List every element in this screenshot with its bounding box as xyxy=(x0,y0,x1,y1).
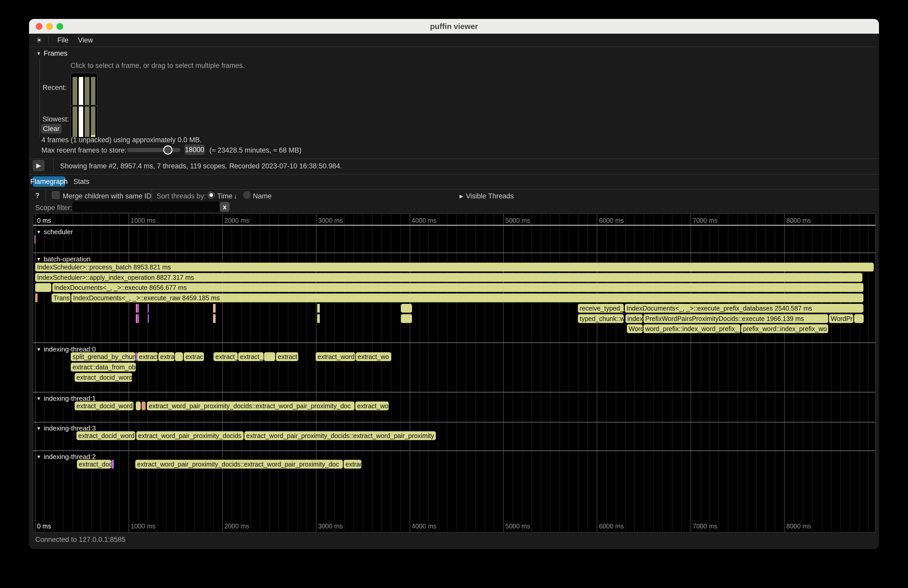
maximize-window-button[interactable] xyxy=(56,23,63,30)
flame-bar[interactable] xyxy=(136,402,141,410)
sort-time-radio[interactable] xyxy=(207,191,215,199)
flame-bar[interactable]: IndexScheduler>::process_batch 8953.821 … xyxy=(35,263,874,272)
thread-section-header[interactable]: ▼batch-operation xyxy=(36,255,94,263)
flame-bar[interactable] xyxy=(148,304,149,313)
frame-bar[interactable] xyxy=(85,106,89,137)
flame-bar[interactable]: receive_typed_ xyxy=(578,304,624,313)
flame-bar[interactable]: extra xyxy=(158,352,174,361)
merge-children-checkbox[interactable] xyxy=(52,191,60,199)
flame-bar[interactable] xyxy=(148,314,149,323)
flame-bar[interactable] xyxy=(35,294,37,302)
flame-bar[interactable] xyxy=(854,314,864,323)
flame-bar[interactable]: IndexDocuments<_, _>::execute_prefix_dat… xyxy=(625,304,863,313)
flame-bar[interactable]: extract_word_pair_proximity_docids xyxy=(136,431,243,440)
flame-bar[interactable] xyxy=(264,352,275,361)
flame-bar[interactable] xyxy=(35,283,51,292)
minimize-window-button[interactable] xyxy=(46,23,53,30)
frame-bar[interactable] xyxy=(72,77,77,108)
collapse-triangle-icon: ▼ xyxy=(36,454,41,460)
close-window-button[interactable] xyxy=(36,23,42,30)
frame-bar[interactable] xyxy=(85,77,89,108)
frame-bar-selected[interactable] xyxy=(79,77,84,108)
thread-section-header[interactable]: ▼scheduler xyxy=(36,228,77,236)
radio-dot xyxy=(209,193,213,197)
section-separator xyxy=(33,450,875,451)
flame-bar[interactable] xyxy=(138,304,139,313)
flame-bar[interactable] xyxy=(401,314,412,323)
tab-flamegraph[interactable]: Flamegraph xyxy=(33,177,65,187)
frame-bar-selected[interactable] xyxy=(79,106,84,137)
flame-bar[interactable]: IndexDocuments<_, _>::execute_raw 8459.1… xyxy=(71,294,863,302)
flame-bar[interactable]: typed_chunk::w xyxy=(578,314,624,323)
flame-bar[interactable]: extract_word_pair_proximity_docids::extr… xyxy=(135,460,343,469)
grid-line xyxy=(653,214,654,532)
flame-bar[interactable]: extract xyxy=(137,352,158,361)
flame-bar[interactable]: PrefixWordPairsProximityDocids::execute … xyxy=(644,314,828,323)
flame-bar[interactable] xyxy=(136,304,137,313)
axis-tick-label: 1000 ms xyxy=(130,217,156,224)
menu-file[interactable]: File xyxy=(53,36,73,44)
flame-bar[interactable]: extract_word_pair_proximity_docids::extr… xyxy=(245,431,436,440)
flame-bar[interactable] xyxy=(142,402,146,410)
flame-bar[interactable] xyxy=(34,235,35,244)
flame-bar[interactable]: WordPr xyxy=(829,314,853,323)
grid-line xyxy=(307,214,307,532)
flame-bar[interactable]: Word xyxy=(627,324,642,333)
flame-bar[interactable]: split_grenad_by_chun xyxy=(71,352,135,361)
flame-bar[interactable] xyxy=(317,314,320,323)
flame-bar[interactable]: IndexDocuments<_, _>::execute 8656.677 m… xyxy=(52,283,863,292)
flame-bar[interactable]: prefix_word::index_prefix_wo xyxy=(741,324,828,333)
visible-threads-header[interactable]: ▶ Visible Threads xyxy=(459,192,514,200)
scope-filter-input[interactable] xyxy=(72,201,220,212)
flame-bar[interactable] xyxy=(401,304,412,313)
flame-bar[interactable] xyxy=(317,304,320,313)
flame-bar[interactable] xyxy=(213,314,216,323)
window-title: puffin viewer xyxy=(430,22,478,31)
flame-bar[interactable] xyxy=(111,460,114,469)
grid-line xyxy=(194,214,195,532)
flame-bar[interactable]: index xyxy=(626,314,642,323)
menu-view[interactable]: View xyxy=(73,36,98,44)
grid-line xyxy=(503,214,504,532)
grid-line xyxy=(335,214,335,532)
frames-section-header[interactable]: ▼ Frames xyxy=(36,50,68,58)
flame-bar[interactable]: extract_word_pair_proximity_docids::extr… xyxy=(147,402,354,410)
flame-bar[interactable]: extrac xyxy=(344,460,362,469)
clear-frames-button[interactable]: Clear xyxy=(41,124,62,134)
flame-bar[interactable]: extract_docid_word xyxy=(75,402,134,410)
flame-bar[interactable]: extract_wo xyxy=(355,402,389,410)
flame-bar[interactable]: extract_docid_word xyxy=(76,431,135,440)
frame-bar[interactable] xyxy=(72,106,77,137)
clear-filter-button[interactable]: x xyxy=(220,202,230,212)
sort-name-radio[interactable] xyxy=(243,191,251,199)
flame-bar[interactable]: extract xyxy=(276,352,298,361)
flame-bar[interactable]: word_prefix::index_word_prefix_ xyxy=(644,324,741,333)
flame-bar[interactable]: extract_ xyxy=(238,352,264,361)
frame-bar[interactable] xyxy=(91,77,96,108)
flame-bar[interactable]: extrac xyxy=(184,352,204,361)
flame-bar[interactable] xyxy=(213,304,216,313)
flame-bar[interactable]: extract_word xyxy=(316,352,355,361)
flame-bar[interactable]: Trans xyxy=(52,294,71,302)
frame-bar[interactable] xyxy=(91,106,96,137)
max-frames-slider-knob[interactable] xyxy=(163,145,172,155)
flame-bar[interactable]: extract::data_from_ob xyxy=(71,363,136,371)
grid-line xyxy=(260,214,260,532)
tab-stats[interactable]: Stats xyxy=(71,177,92,187)
help-button[interactable]: ? xyxy=(35,192,40,200)
flame-bar[interactable]: IndexScheduler>::apply_index_operation 8… xyxy=(35,273,862,282)
flame-bar[interactable] xyxy=(138,314,139,323)
flame-bar[interactable]: extract_docid_word xyxy=(75,373,132,382)
flame-bar[interactable] xyxy=(175,352,183,361)
play-button[interactable]: ▶ xyxy=(33,160,45,171)
flame-bar[interactable]: extract_ xyxy=(214,352,238,361)
flame-bar[interactable] xyxy=(135,352,137,361)
flame-bar[interactable]: extract_doc xyxy=(77,460,111,469)
flame-bar[interactable]: extract_wo xyxy=(356,352,391,361)
flame-bar[interactable] xyxy=(136,314,137,323)
slowest-frames-thumbnail[interactable] xyxy=(71,105,97,138)
max-frames-value[interactable]: 18000 xyxy=(185,145,205,155)
flamegraph-panel[interactable]: 0 ms0 ms1000 ms1000 ms2000 ms2000 ms3000… xyxy=(33,213,876,533)
theme-sun-icon[interactable]: ☀ xyxy=(36,36,42,45)
sort-direction-arrow-icon[interactable]: ↓ xyxy=(234,192,237,200)
